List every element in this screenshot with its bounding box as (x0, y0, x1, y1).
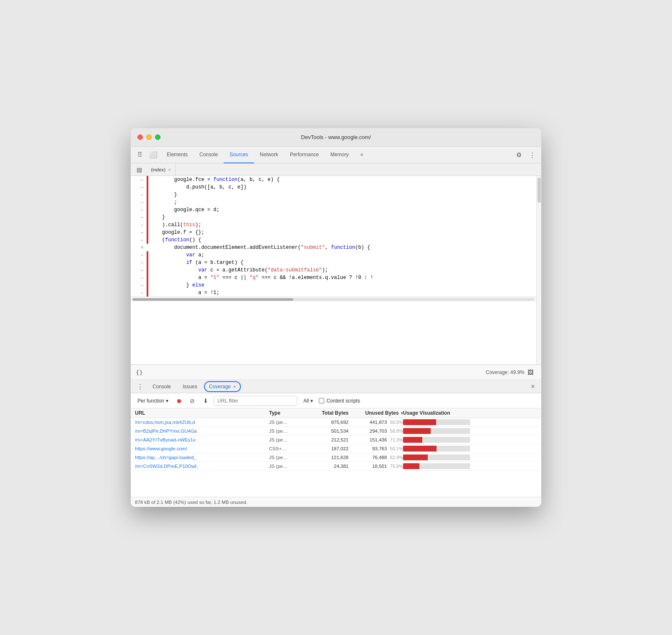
cell-url[interactable]: https://www.google.com/ (135, 446, 269, 451)
cell-url[interactable]: /m=CnSW2d,DPreE,P10Owf, (135, 464, 269, 469)
content-scripts-checkbox-label[interactable]: Content scripts (319, 398, 360, 404)
all-filter-dropdown[interactable]: All ▾ (300, 397, 316, 405)
minimize-button[interactable] (146, 134, 152, 140)
code-lines: – google.fce = function(a, b, c, e) {– d… (131, 176, 536, 297)
tabbar-actions: ⚙ ⋮ (513, 149, 538, 161)
code-line-text: d.push([a, b, c, e]) (150, 183, 246, 191)
table-row[interactable]: https://www.google.com/CSS+…187,02293,76… (131, 444, 541, 453)
more-options-icon[interactable]: ⋮ (526, 149, 538, 161)
line-number: – (131, 259, 147, 266)
line-number: 4 (131, 244, 147, 251)
content-scripts-checkbox[interactable] (319, 398, 324, 403)
record-button[interactable]: ⏺ (173, 395, 184, 406)
cell-unused-bytes: 18,501 75.9% (349, 464, 403, 469)
code-line-row: – a = "1" === c || "q" === c && !a.eleme… (131, 274, 536, 281)
scrollbar-track[interactable] (132, 298, 535, 301)
tab-issues-bottom[interactable]: Issues (178, 380, 202, 393)
devtools-window: DevTools - www.google.com/ ⠿ ⬜ Elements … (131, 128, 541, 507)
line-number: – (131, 274, 147, 281)
coverage-table[interactable]: URL Type Total Bytes Unused Bytes ▾ Usag… (131, 408, 541, 497)
tab-console-bottom[interactable]: Console (147, 380, 176, 393)
cell-url[interactable]: /rs=AA2YrTvBynad-nWEy1x (135, 437, 269, 442)
table-row[interactable]: /rs=AA2YrTvBynad-nWEy1xJS (pe…212,521151… (131, 436, 541, 444)
cell-viz (403, 419, 537, 425)
fullscreen-button[interactable] (155, 134, 160, 140)
table-row[interactable]: /m=cdos,hsm,jsa,mb4ZUb,dJS (pe…875,69244… (131, 418, 541, 427)
per-function-dropdown[interactable]: Per function ▾ (135, 397, 171, 405)
code-line-row: – } else (131, 281, 536, 289)
tab-performance[interactable]: Performance (284, 147, 325, 163)
secondary-tabbar: ▤ (index) × (131, 163, 541, 176)
status-text: 878 kB of 2.1 MB (42%) used so far, 1.2 … (135, 500, 247, 505)
line-number: – (131, 266, 147, 274)
cell-type: JS (pe… (269, 455, 307, 460)
cell-unused-bytes: 441,873 50.5% (349, 420, 403, 425)
line-number: – (131, 221, 147, 229)
tab-coverage[interactable]: Coverage × (204, 381, 241, 392)
settings-icon[interactable]: ⚙ (513, 149, 525, 161)
close-button[interactable] (137, 134, 143, 140)
code-line-text: google.f = {}; (150, 229, 204, 236)
code-line-row: – google.f = {}; (131, 229, 536, 236)
line-number: – (131, 176, 147, 183)
screenshot-icon[interactable]: 🖼 (525, 367, 536, 378)
secondary-tab-close[interactable]: × (168, 167, 171, 172)
cell-url[interactable]: https://ap…/cb=gapi.loaded_ (135, 455, 269, 460)
line-number: – (131, 199, 147, 206)
tab-elements[interactable]: Elements (161, 147, 194, 163)
line-number: – (131, 183, 147, 191)
cell-total-bytes: 212,521 (307, 437, 349, 442)
table-header: URL Type Total Bytes Unused Bytes ▾ Usag… (131, 408, 541, 418)
scrollbar-thumb[interactable] (132, 298, 293, 301)
code-line-text: if (a = b.target) { (150, 259, 243, 266)
inspect-icon[interactable]: ⠿ (134, 149, 146, 161)
per-function-label: Per function (137, 398, 164, 404)
tab-network[interactable]: Network (254, 147, 284, 163)
line-number: – (131, 281, 147, 289)
cell-viz (403, 428, 537, 434)
code-line-text: a = !1; (150, 289, 220, 297)
bottom-more-icon[interactable]: ⋮ (134, 381, 146, 392)
code-line-row: – d.push([a, b, c, e]) (131, 183, 536, 191)
col-header-unused-bytes: Unused Bytes ▾ (349, 410, 403, 416)
code-line-row: – var c = a.getAttribute("data-submitfal… (131, 266, 536, 274)
code-editor[interactable]: – google.fce = function(a, b, c, e) {– d… (131, 176, 541, 364)
code-line-row: – if (a = b.target) { (131, 259, 536, 266)
cell-total-bytes: 501,534 (307, 428, 349, 434)
code-line-text: a = "1" === c || "q" === c && !a.element… (150, 274, 373, 281)
table-row[interactable]: https://ap…/cb=gapi.loaded_JS (pe…121,62… (131, 453, 541, 462)
tab-more[interactable]: » (354, 147, 369, 163)
url-filter-input[interactable] (214, 396, 297, 406)
bottom-panel-close-button[interactable]: × (528, 382, 538, 392)
tab-memory[interactable]: Memory (325, 147, 354, 163)
tab-sources[interactable]: Sources (224, 147, 254, 163)
cell-type: JS (pe… (269, 437, 307, 442)
horizontal-scrollbar[interactable] (131, 297, 536, 302)
all-dropdown-arrow: ▾ (310, 398, 313, 404)
code-line-row: – a = !1; (131, 289, 536, 297)
code-line-row: – google.qce = d; (131, 206, 536, 214)
code-line-text: } (150, 214, 165, 221)
table-row[interactable]: /m=B2qlPe,DhPYme,GU4GaJS (pe…501,534294,… (131, 427, 541, 436)
line-number: – (131, 289, 147, 297)
secondary-tab-index[interactable]: (index) × (147, 163, 176, 176)
coverage-tab-close[interactable]: × (233, 384, 236, 389)
coverage-toolbar: Per function ▾ ⏺ ⊘ ⬇ All ▾ Content scrip… (131, 393, 541, 408)
cell-viz (403, 454, 537, 460)
sidebar-toggle-icon[interactable]: ▤ (134, 165, 144, 175)
line-number: – (131, 229, 147, 236)
cell-url[interactable]: /m=B2qlPe,DhPYme,GU4Ga (135, 428, 269, 434)
cell-url[interactable]: /m=cdos,hsm,jsa,mb4ZUb,d (135, 420, 269, 425)
vertical-scrollbar[interactable] (536, 176, 541, 364)
cell-unused-bytes: 151,436 71.3% (349, 437, 403, 442)
table-row[interactable]: /m=CnSW2d,DPreE,P10Owf,JS (pe…24,38118,5… (131, 462, 541, 471)
code-line-text: } else (150, 281, 204, 289)
titlebar: DevTools - www.google.com/ (131, 128, 541, 147)
tab-console[interactable]: Console (194, 147, 224, 163)
clear-button[interactable]: ⊘ (187, 395, 198, 406)
line-number: – (131, 236, 147, 244)
line-number: – (131, 214, 147, 221)
download-button[interactable]: ⬇ (200, 395, 211, 406)
device-icon[interactable]: ⬜ (147, 149, 159, 161)
code-line-row: – (function() { (131, 236, 536, 244)
